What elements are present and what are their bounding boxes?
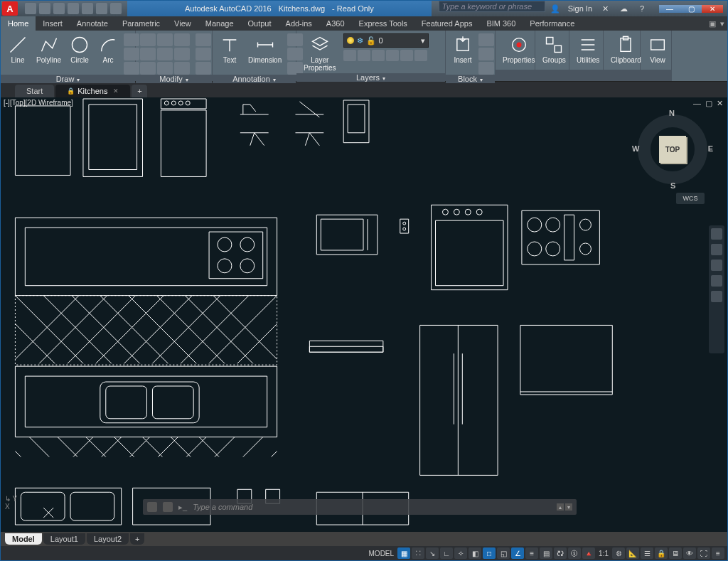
arc-button[interactable]: Arc [95, 33, 121, 65]
stretch-icon[interactable] [140, 62, 156, 75]
plot-icon[interactable] [82, 3, 93, 14]
tab-parametric[interactable]: Parametric [115, 16, 167, 31]
layout-model[interactable]: Model [5, 533, 42, 545]
attr-block-icon[interactable] [478, 62, 494, 75]
line-button[interactable]: Line [5, 33, 31, 65]
app-logo[interactable]: A [2, 1, 18, 16]
status-workspace-icon[interactable]: ⚙ [612, 547, 625, 559]
cmd-close-icon[interactable] [147, 502, 157, 512]
saveas-icon[interactable] [68, 3, 79, 14]
explode-icon[interactable] [196, 48, 211, 60]
redo-icon[interactable] [110, 3, 122, 14]
layout-add[interactable]: + [130, 533, 144, 545]
filetab-start[interactable]: Start [15, 85, 54, 97]
filetab-add[interactable]: + [132, 85, 147, 97]
layer-tool-2[interactable] [358, 50, 370, 61]
stay-connected-icon[interactable]: ☁ [618, 3, 629, 14]
save-icon[interactable] [53, 3, 65, 14]
status-qp-icon[interactable]: ☰ [641, 547, 653, 559]
status-polar-icon[interactable]: ✧ [454, 547, 467, 559]
status-cycle-icon[interactable]: 🗘 [554, 547, 567, 559]
erase-icon[interactable] [196, 33, 211, 46]
panel-annotation-expand[interactable] [273, 75, 276, 83]
tab-express[interactable]: Express Tools [352, 16, 414, 31]
status-anno-monitor-icon[interactable]: 🛈 [568, 547, 581, 559]
layer-tool-1[interactable] [343, 50, 356, 61]
move-icon[interactable] [140, 33, 156, 46]
undo-icon[interactable] [96, 3, 107, 14]
panel-draw-expand[interactable] [77, 75, 80, 83]
layer-tool-4[interactable] [386, 50, 399, 61]
properties-button[interactable]: Properties [500, 33, 538, 65]
clipboard-button[interactable]: Clipboard [608, 33, 644, 65]
sign-in-link[interactable]: Sign In [568, 4, 592, 13]
status-units-icon[interactable]: 📐 [626, 547, 639, 559]
mirror-icon[interactable] [157, 48, 173, 60]
tab-output[interactable]: Output [241, 16, 279, 31]
tab-home[interactable]: Home [1, 16, 36, 31]
scale-icon[interactable] [157, 62, 173, 75]
circle-button[interactable]: Circle [67, 33, 92, 65]
panel-layers-expand[interactable] [382, 73, 385, 82]
tab-insert[interactable]: Insert [36, 16, 70, 31]
tab-annotate[interactable]: Annotate [70, 16, 115, 31]
tab-featured[interactable]: Featured Apps [414, 16, 480, 31]
status-customize-icon[interactable]: ≡ [712, 547, 724, 559]
status-lineweight-icon[interactable]: ≡ [525, 547, 538, 559]
close-tab-icon[interactable]: ✕ [113, 87, 119, 95]
tab-a360[interactable]: A360 [319, 16, 352, 31]
status-anno-scale[interactable]: 1:1 [596, 547, 611, 559]
window-close[interactable]: ✕ [702, 5, 723, 13]
command-line[interactable]: ▸_ Type a command ▴▾ [143, 499, 577, 515]
ribbon-collapse-icon[interactable]: ▣ [707, 16, 717, 31]
insert-block-button[interactable]: Insert [450, 33, 476, 65]
drawing-viewport[interactable]: [-][Top][2D Wireframe] — ▢ ✕ TOP N S E W… [1, 97, 727, 532]
open-icon[interactable] [39, 3, 50, 14]
groups-button[interactable]: Groups [540, 33, 569, 65]
help-icon[interactable]: ? [636, 3, 648, 14]
view-button[interactable]: View [645, 33, 670, 65]
cmd-scroll-up[interactable]: ▴ [557, 503, 564, 511]
autodesk-account-icon[interactable]: 👤 [550, 3, 561, 14]
tab-addins[interactable]: Add-ins [279, 16, 319, 31]
edit-block-icon[interactable] [478, 48, 494, 60]
tab-performance[interactable]: Performance [523, 16, 582, 31]
utilities-button[interactable]: Utilities [574, 33, 602, 65]
panel-block-expand[interactable] [480, 75, 483, 83]
offset-icon[interactable] [196, 62, 211, 75]
status-otrack-icon[interactable]: ∠ [511, 547, 524, 559]
tab-manage[interactable]: Manage [198, 16, 241, 31]
create-block-icon[interactable] [478, 33, 494, 46]
status-lock-icon[interactable]: 🔒 [655, 547, 668, 559]
status-hardware-icon[interactable]: 🖥 [669, 547, 682, 559]
layout-layout2[interactable]: Layout2 [87, 533, 129, 545]
rotate-icon[interactable] [157, 33, 173, 46]
status-osnap-icon[interactable]: □ [483, 547, 496, 559]
layer-tool-6[interactable] [414, 50, 427, 61]
exchange-apps-icon[interactable]: ✕ [599, 3, 611, 14]
status-infer-icon[interactable]: ↘ [426, 547, 439, 559]
status-iso-icon[interactable]: ◧ [469, 547, 481, 559]
layer-tool-5[interactable] [400, 50, 413, 61]
status-isolate-icon[interactable]: 👁 [683, 547, 696, 559]
status-model[interactable]: MODEL [367, 547, 397, 559]
text-button[interactable]: Text [217, 33, 242, 65]
layout-layout1[interactable]: Layout1 [43, 533, 85, 545]
copy-icon[interactable] [140, 48, 156, 60]
layer-dropdown[interactable]: ❄🔓0▾ [343, 33, 429, 48]
tab-view[interactable]: View [167, 16, 198, 31]
layer-tool-3[interactable] [372, 50, 385, 61]
new-icon[interactable] [25, 3, 36, 14]
tab-bim360[interactable]: BIM 360 [479, 16, 523, 31]
help-search[interactable]: Type a keyword or phrase [439, 1, 545, 12]
filetab-kitchens[interactable]: Kitchens✕ [55, 85, 130, 97]
window-maximize[interactable]: ▢ [680, 5, 702, 13]
status-ortho-icon[interactable]: ∟ [440, 547, 453, 559]
cmd-scroll-down[interactable]: ▾ [565, 503, 572, 511]
cmd-recent-icon[interactable] [163, 502, 173, 512]
polyline-button[interactable]: Polyline [33, 33, 64, 65]
panel-modify-expand[interactable] [186, 75, 188, 83]
status-snap-icon[interactable]: ⸬ [412, 547, 424, 559]
fillet-icon[interactable] [174, 48, 190, 60]
trim-icon[interactable] [174, 33, 190, 46]
